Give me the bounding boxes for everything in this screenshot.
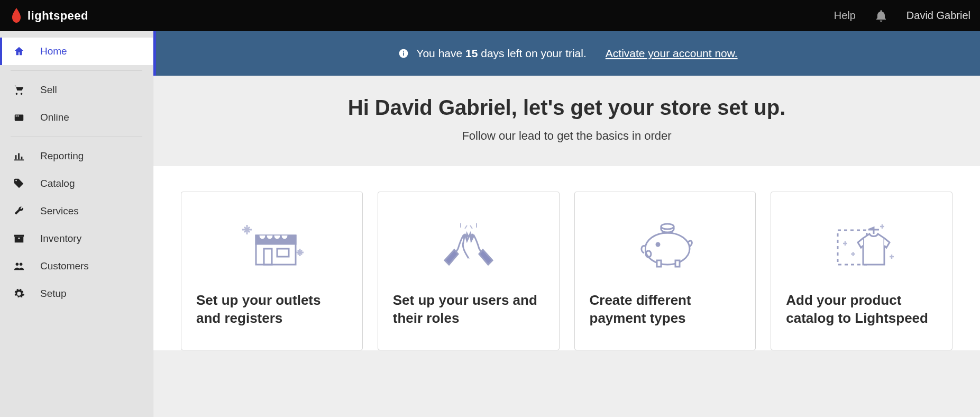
- svg-point-35: [661, 224, 674, 229]
- hands-illustration-icon: [393, 209, 544, 278]
- cart-icon: [13, 84, 25, 96]
- main-content: You have 15 days left on your trial. Act…: [153, 31, 980, 417]
- help-link[interactable]: Help: [834, 10, 856, 22]
- card-catalog[interactable]: Add your product catalog to Lightspeed: [771, 192, 952, 350]
- svg-rect-5: [21, 157, 23, 160]
- page-subtitle: Follow our lead to get the basics in ord…: [164, 129, 969, 143]
- brand-text: lightspeed: [28, 9, 88, 23]
- trial-prefix: You have: [416, 47, 465, 59]
- sidebar-item-label: Online: [40, 112, 69, 123]
- hero: Hi David Gabriel, let's get your store s…: [153, 76, 980, 166]
- sidebar-divider: [11, 70, 142, 71]
- svg-point-30: [645, 233, 690, 265]
- sidebar-item-catalog[interactable]: Catalog: [0, 170, 153, 197]
- card-title: Create different payment types: [590, 292, 741, 328]
- piggybank-illustration-icon: [590, 209, 741, 278]
- sidebar-item-home[interactable]: Home: [0, 38, 153, 65]
- sidebar-divider: [11, 137, 142, 137]
- svg-line-27: [465, 225, 467, 229]
- svg-line-29: [470, 225, 472, 229]
- activate-account-link[interactable]: Activate your account now.: [606, 47, 738, 60]
- sidebar-item-label: Services: [40, 205, 79, 217]
- trial-days: 15: [465, 47, 478, 59]
- sidebar: Home Sell Online Reporting Catalog: [0, 31, 153, 417]
- sidebar-item-label: Customers: [40, 260, 89, 272]
- card-users[interactable]: Set up your users and their roles: [378, 192, 560, 350]
- svg-rect-3: [15, 155, 17, 159]
- box-icon: [13, 232, 25, 245]
- svg-rect-4: [18, 153, 20, 160]
- flame-icon: [10, 8, 23, 24]
- sidebar-item-customers[interactable]: Customers: [0, 252, 153, 280]
- svg-rect-0: [15, 115, 24, 121]
- tshirt-illustration-icon: [786, 209, 937, 278]
- sidebar-item-sell[interactable]: Sell: [0, 76, 153, 104]
- info-icon: [398, 48, 409, 59]
- user-name[interactable]: David Gabriel: [906, 10, 970, 22]
- notifications-bell-icon[interactable]: [876, 10, 886, 22]
- svg-rect-6: [14, 159, 24, 160]
- storefront-icon: [13, 111, 25, 124]
- svg-point-10: [16, 263, 19, 266]
- svg-rect-8: [14, 235, 24, 237]
- card-outlets[interactable]: Set up your outlets and registers: [181, 192, 363, 350]
- page-title: Hi David Gabriel, let's get your store s…: [164, 96, 969, 120]
- brand-logo[interactable]: lightspeed: [10, 8, 88, 24]
- svg-point-11: [20, 263, 22, 266]
- card-title: Set up your outlets and registers: [196, 292, 347, 328]
- sidebar-item-label: Catalog: [40, 178, 75, 189]
- sidebar-item-label: Sell: [40, 84, 57, 96]
- trial-banner: You have 15 days left on your trial. Act…: [153, 31, 980, 76]
- trial-days-text: You have 15 days left on your trial.: [416, 47, 586, 60]
- home-icon: [13, 45, 25, 58]
- svg-rect-31: [657, 260, 661, 267]
- svg-rect-1: [16, 115, 17, 116]
- sidebar-item-setup[interactable]: Setup: [0, 280, 153, 307]
- svg-rect-7: [15, 237, 24, 242]
- sidebar-item-label: Reporting: [40, 150, 84, 162]
- svg-rect-13: [404, 52, 405, 56]
- gear-icon: [13, 287, 25, 300]
- topbar: lightspeed Help David Gabriel: [0, 0, 980, 31]
- chart-icon: [13, 150, 25, 162]
- sidebar-item-inventory[interactable]: Inventory: [0, 225, 153, 252]
- trial-suffix: days left on your trial.: [478, 47, 586, 59]
- card-title: Add your product catalog to Lightspeed: [786, 292, 937, 328]
- tag-icon: [13, 177, 25, 190]
- people-icon: [13, 260, 25, 273]
- card-payments[interactable]: Create different payment types: [574, 192, 756, 350]
- sidebar-item-label: Setup: [40, 288, 67, 300]
- svg-point-33: [656, 243, 660, 246]
- svg-rect-9: [18, 238, 20, 239]
- setup-cards: Set up your outlets and registers: [153, 166, 980, 350]
- sidebar-item-online[interactable]: Online: [0, 104, 153, 131]
- sidebar-item-label: Inventory: [40, 233, 81, 244]
- sidebar-item-services[interactable]: Services: [0, 197, 153, 225]
- sidebar-item-label: Home: [40, 46, 67, 57]
- svg-rect-2: [17, 115, 19, 116]
- svg-point-14: [403, 51, 404, 52]
- card-title: Set up your users and their roles: [393, 292, 544, 328]
- svg-rect-32: [675, 260, 680, 267]
- storefront-illustration-icon: [196, 209, 347, 278]
- wrench-icon: [13, 205, 25, 217]
- sidebar-item-reporting[interactable]: Reporting: [0, 142, 153, 170]
